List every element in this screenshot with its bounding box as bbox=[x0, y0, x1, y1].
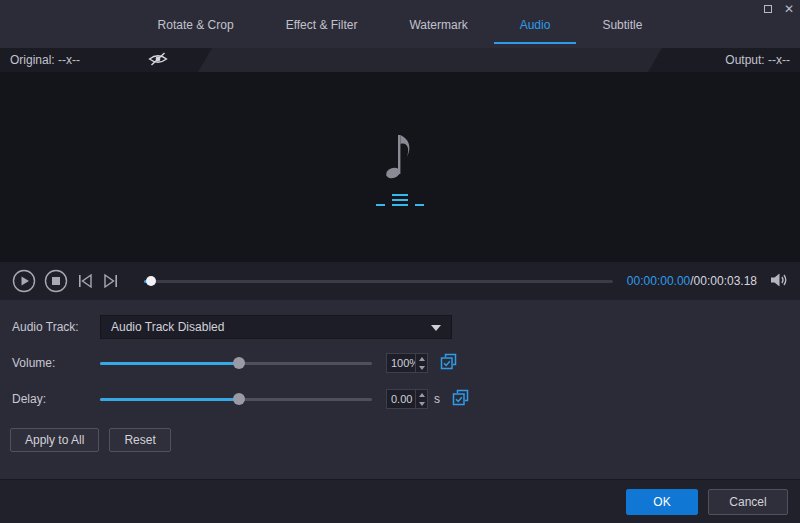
preview-header: Original: --x-- Output: --x-- bbox=[0, 48, 800, 72]
delay-row: Delay: s bbox=[0, 386, 800, 412]
tab-rotate-crop[interactable]: Rotate & Crop bbox=[132, 10, 260, 44]
time-display: 00:00:00.00/00:00:03.18 bbox=[627, 274, 757, 288]
video-preview-area bbox=[0, 72, 800, 262]
delay-apply-all-button[interactable] bbox=[452, 389, 469, 409]
player-bar: 00:00:00.00/00:00:03.18 bbox=[0, 262, 800, 300]
previous-frame-button[interactable] bbox=[76, 273, 94, 289]
volume-spinbox bbox=[386, 353, 428, 373]
cancel-button[interactable]: Cancel bbox=[708, 489, 788, 515]
eq-dash-right bbox=[415, 204, 424, 206]
original-panel: Original: --x-- bbox=[0, 48, 212, 72]
footer-bar: OK Cancel bbox=[0, 479, 800, 523]
total-duration: /00:00:03.18 bbox=[690, 274, 757, 288]
volume-row: Volume: bbox=[0, 350, 800, 376]
audio-track-row: Audio Track: Audio Track Disabled bbox=[0, 314, 800, 340]
delay-slider-fill bbox=[100, 398, 239, 401]
volume-input[interactable] bbox=[387, 354, 415, 372]
delay-label: Delay: bbox=[12, 392, 100, 406]
seek-handle[interactable] bbox=[146, 276, 156, 286]
volume-spin-down-icon[interactable] bbox=[416, 363, 427, 372]
current-time: 00:00:00.00 bbox=[627, 274, 690, 288]
volume-apply-all-button[interactable] bbox=[440, 353, 457, 373]
delay-slider[interactable] bbox=[100, 392, 372, 406]
eq-dash-left bbox=[376, 204, 385, 206]
tab-subtitle[interactable]: Subtitle bbox=[576, 10, 668, 44]
audio-placeholder bbox=[376, 129, 424, 206]
volume-spin-up-icon[interactable] bbox=[416, 354, 427, 363]
delay-spinbox bbox=[386, 389, 428, 409]
delay-spin-arrows bbox=[415, 390, 427, 408]
delay-input[interactable] bbox=[387, 390, 415, 408]
eq-stack bbox=[392, 194, 408, 206]
play-button[interactable] bbox=[12, 269, 36, 293]
volume-slider-thumb[interactable] bbox=[233, 357, 245, 369]
audio-editor-window: Rotate & Crop Effect & Filter Watermark … bbox=[0, 0, 800, 523]
output-label: Output: --x-- bbox=[725, 53, 790, 67]
speaker-icon bbox=[769, 272, 788, 291]
volume-slider-fill bbox=[100, 362, 239, 365]
eye-slash-icon bbox=[148, 52, 168, 69]
music-note-icon bbox=[383, 129, 417, 184]
audio-track-selected-value: Audio Track Disabled bbox=[111, 320, 224, 334]
ok-button[interactable]: OK bbox=[626, 489, 698, 515]
original-label: Original: --x-- bbox=[10, 53, 80, 67]
volume-slider[interactable] bbox=[100, 356, 372, 370]
tab-audio[interactable]: Audio bbox=[494, 10, 577, 44]
stop-button[interactable] bbox=[44, 269, 68, 293]
copy-check-icon bbox=[452, 389, 469, 409]
delay-slider-thumb[interactable] bbox=[233, 393, 245, 405]
apply-to-all-button[interactable]: Apply to All bbox=[10, 428, 99, 452]
delay-unit-label: s bbox=[434, 392, 440, 406]
chevron-down-icon bbox=[431, 325, 441, 331]
titlebar: Rotate & Crop Effect & Filter Watermark … bbox=[0, 0, 800, 48]
equalizer-lines bbox=[376, 194, 424, 206]
copy-check-icon bbox=[440, 353, 457, 373]
delay-spin-up-icon[interactable] bbox=[416, 390, 427, 399]
delay-spin-down-icon[interactable] bbox=[416, 399, 427, 408]
volume-spin-arrows bbox=[415, 354, 427, 372]
reset-button[interactable]: Reset bbox=[109, 428, 170, 452]
volume-mute-button[interactable] bbox=[769, 272, 788, 291]
tab-watermark[interactable]: Watermark bbox=[383, 10, 493, 44]
seek-track bbox=[144, 280, 613, 283]
tab-bar: Rotate & Crop Effect & Filter Watermark … bbox=[0, 10, 800, 44]
tab-effect-filter[interactable]: Effect & Filter bbox=[260, 10, 384, 44]
audio-track-label: Audio Track: bbox=[12, 320, 100, 334]
seek-bar[interactable] bbox=[144, 275, 613, 287]
output-panel: Output: --x-- bbox=[648, 48, 800, 72]
maximize-icon[interactable] bbox=[764, 5, 772, 13]
next-frame-button[interactable] bbox=[102, 273, 120, 289]
volume-label: Volume: bbox=[12, 356, 100, 370]
window-controls: ✕ bbox=[764, 3, 794, 15]
preview-toggle-button[interactable] bbox=[148, 52, 168, 69]
audio-settings-panel: Audio Track: Audio Track Disabled Volume… bbox=[0, 300, 800, 479]
audio-track-dropdown[interactable]: Audio Track Disabled bbox=[100, 315, 452, 339]
settings-actions: Apply to All Reset bbox=[0, 428, 800, 452]
close-icon[interactable]: ✕ bbox=[784, 3, 794, 15]
